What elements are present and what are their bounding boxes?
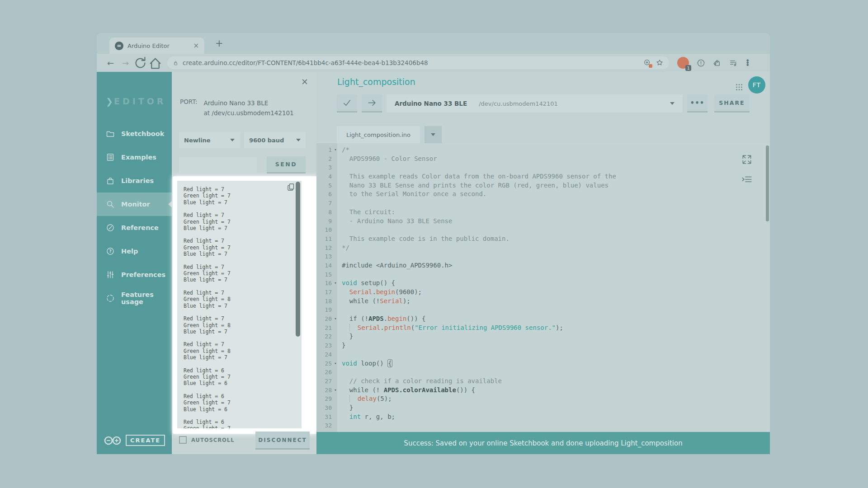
password-manager-icon[interactable] bbox=[643, 59, 651, 67]
code-line: 7 bbox=[316, 199, 770, 208]
line-number: 13 bbox=[316, 252, 332, 261]
fold-caret-icon[interactable]: ▾ bbox=[333, 314, 338, 324]
sidebar-item-examples[interactable]: Examples bbox=[97, 145, 172, 169]
serial-line: Blue light = 7 bbox=[184, 225, 302, 231]
back-icon[interactable]: ← bbox=[103, 58, 118, 68]
fold-caret-icon[interactable]: ▾ bbox=[333, 386, 338, 395]
serial-line: Green light = 8 bbox=[184, 322, 302, 328]
disconnect-button[interactable]: DISCONNECT bbox=[255, 432, 310, 450]
code-line: 4 This example reads Color data from the… bbox=[316, 172, 770, 181]
sidebar-item-sketchbook[interactable]: Sketchbook bbox=[97, 122, 172, 145]
more-options-button[interactable]: ••• bbox=[687, 94, 708, 113]
verify-button[interactable] bbox=[337, 94, 357, 113]
upload-button[interactable] bbox=[362, 94, 382, 113]
serial-line: Green light = 8 bbox=[184, 296, 302, 302]
bookmark-star-icon[interactable] bbox=[656, 59, 664, 67]
line-number: 30 bbox=[316, 404, 332, 413]
line-number: 23 bbox=[316, 341, 332, 350]
forward-icon[interactable]: → bbox=[118, 58, 133, 68]
checkmark-icon bbox=[342, 98, 352, 108]
close-icon[interactable]: × bbox=[301, 77, 308, 86]
home-icon[interactable] bbox=[148, 56, 163, 70]
serial-line: Green light = 7 bbox=[184, 399, 302, 406]
code-text: Serial.println("Error initializing APDS9… bbox=[342, 324, 563, 333]
reference-icon bbox=[106, 223, 115, 232]
serial-reading-group: Red light = 6Green light = 7Blue light =… bbox=[184, 393, 302, 413]
serial-reading-group: Red light = 7Green light = 7Blue light =… bbox=[184, 186, 302, 206]
baud-rate-select[interactable]: 9600 baud bbox=[244, 132, 306, 148]
chevron-down-icon bbox=[230, 139, 235, 141]
serial-line: Green light = 7 bbox=[184, 270, 302, 277]
fold-caret-icon[interactable]: ▾ bbox=[333, 145, 338, 155]
sidebar-item-help[interactable]: ?Help bbox=[97, 239, 172, 263]
sidebar-item-libraries[interactable]: Libraries bbox=[97, 169, 172, 192]
chevron-down-icon bbox=[296, 139, 301, 141]
code-text: } bbox=[342, 341, 345, 350]
sidebar-item-features-usage[interactable]: Features usage bbox=[97, 286, 172, 310]
line-number: 25 bbox=[316, 359, 332, 368]
line-number: 2 bbox=[316, 155, 332, 164]
profile-avatar[interactable]: 1 bbox=[677, 57, 689, 69]
browser-toolbar: ← → create.arduino.cc/editor/FT-CONTENT/… bbox=[97, 54, 770, 72]
tab-close-icon[interactable]: × bbox=[193, 42, 199, 49]
editor-area: Light_composition FT Arduino Nano 33 BLE… bbox=[316, 72, 770, 454]
browser-tab[interactable]: ∞ Arduino Editor × bbox=[109, 38, 204, 54]
serial-output-spotlight: Red light = 7Green light = 7Blue light =… bbox=[173, 176, 317, 434]
lock-icon bbox=[173, 60, 179, 66]
serial-output[interactable]: Red light = 7Green light = 7Blue light =… bbox=[177, 181, 302, 428]
editor-scrollbar[interactable] bbox=[766, 145, 769, 221]
code-line: 20▾ if (!APDS.begin()) { bbox=[316, 314, 770, 324]
send-button[interactable]: SEND bbox=[267, 156, 306, 174]
sidebar-item-label: Libraries bbox=[121, 177, 154, 184]
playlist-icon[interactable] bbox=[729, 59, 738, 67]
url-bar[interactable]: create.arduino.cc/editor/FT-CONTENT/6b41… bbox=[167, 56, 669, 69]
sidebar-item-reference[interactable]: Reference bbox=[97, 216, 172, 239]
port-label: PORT: bbox=[180, 98, 197, 118]
tab-menu-button[interactable] bbox=[425, 126, 442, 143]
arduino-create-logo: CREATE bbox=[103, 435, 165, 446]
libraries-icon bbox=[106, 176, 115, 185]
code-text: // check if a color reading is available bbox=[342, 377, 502, 386]
sketch-file-tab[interactable]: Light_composition.ino bbox=[337, 126, 420, 143]
extensions-icon[interactable] bbox=[713, 59, 722, 67]
board-select[interactable]: Arduino Nano 33 BLE /dev/cu.usbmodem1421… bbox=[387, 94, 683, 113]
serial-reading-group: Red light = 7Green light = 7Blue light =… bbox=[184, 212, 302, 231]
line-ending-select[interactable]: Newline bbox=[179, 132, 240, 148]
serial-line: Blue light = 7 bbox=[184, 303, 302, 309]
sidebar-item-preferences[interactable]: Preferences bbox=[97, 263, 172, 286]
autoscroll-label: AUTOSCROLL bbox=[191, 437, 235, 443]
fullscreen-icon[interactable] bbox=[741, 154, 753, 165]
share-button[interactable]: SHARE bbox=[714, 94, 750, 113]
serial-line: Red light = 7 bbox=[184, 290, 302, 296]
browser-menu-icon[interactable]: ••• bbox=[745, 60, 748, 66]
user-avatar[interactable]: FT bbox=[748, 76, 765, 94]
port-info: PORT: Arduino Nano 33 BLEat /dev/cu.usbm… bbox=[180, 98, 294, 118]
code-line: 9 - Arduino Nano 33 BLE Sense bbox=[316, 217, 770, 226]
serial-reading-group: Red light = 6Green light = 7 bbox=[184, 419, 302, 428]
serial-reading-group: Red light = 7Green light = 8Blue light =… bbox=[184, 290, 302, 309]
sidebar-item-label: Reference bbox=[121, 224, 159, 231]
serial-line: Blue light = 7 bbox=[184, 277, 302, 283]
info-icon[interactable] bbox=[697, 59, 705, 67]
serial-message-input[interactable] bbox=[179, 157, 257, 173]
sidebar-item-label: Help bbox=[121, 248, 138, 255]
copy-icon[interactable] bbox=[287, 183, 296, 192]
format-code-icon[interactable] bbox=[741, 174, 753, 186]
code-line: 30 } bbox=[316, 404, 770, 413]
code-text: /* bbox=[342, 145, 349, 155]
line-number: 29 bbox=[316, 394, 332, 404]
line-number: 19 bbox=[316, 305, 332, 314]
code-editor[interactable]: 1▾/*2 APDS9960 - Color Sensor34 This exa… bbox=[316, 143, 770, 432]
apps-grid-icon[interactable] bbox=[736, 84, 743, 91]
autoscroll-checkbox[interactable] bbox=[179, 436, 187, 444]
arrow-right-icon bbox=[367, 98, 377, 108]
reload-icon[interactable] bbox=[133, 56, 148, 70]
create-label: CREATE bbox=[126, 435, 165, 446]
code-line: 31 int r, g, b; bbox=[316, 413, 770, 422]
fold-caret-icon[interactable]: ▾ bbox=[333, 279, 338, 288]
fold-caret-icon[interactable]: ▾ bbox=[333, 359, 338, 368]
line-number: 6 bbox=[316, 190, 332, 199]
serial-output-scrollbar[interactable] bbox=[296, 182, 300, 337]
sidebar-item-monitor[interactable]: Monitor bbox=[97, 192, 172, 216]
new-tab-button[interactable]: + bbox=[215, 38, 223, 49]
